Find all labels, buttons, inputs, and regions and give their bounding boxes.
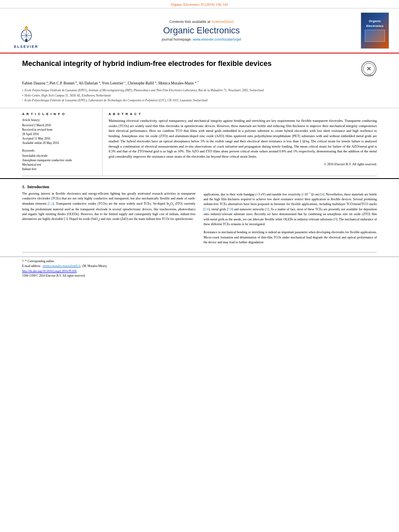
doi-link[interactable]: http://dx.doi.org/10.1016/j.orgel.2016.0… xyxy=(22,269,77,273)
journal-bar: Organic Electronics 35 (2016) 136–141 xyxy=(0,0,399,8)
journal-issue: Organic Electronics 35 (2016) 136–141 xyxy=(171,2,228,6)
history-label: Article history: xyxy=(22,118,96,122)
issn-line: 1566-1199/© 2016 Elsevier B.V. All right… xyxy=(22,274,377,277)
keywords-label: Keywords: xyxy=(22,149,96,152)
email-name: (M. Morales-Masis). xyxy=(82,264,107,268)
body-two-col: The growing interest in flexible electro… xyxy=(22,191,377,245)
history-accepted: Accepted 11 May 2016 xyxy=(22,137,96,140)
ref-link-3[interactable]: 3 xyxy=(65,217,67,221)
amorphous-word: Amorphous xyxy=(121,134,138,138)
email-link[interactable]: monica.morales-masis@epfl.ch xyxy=(43,264,81,268)
title-crossmark-row: Mechanical integrity of hybrid indium-fr… xyxy=(22,59,377,77)
body-section: 1. Introduction The growing interest in … xyxy=(0,178,399,249)
corresponding-author-line: * * Corresponding author. xyxy=(22,259,377,263)
info-abstract-section: A R T I C L E I N F O Article history: R… xyxy=(0,108,399,176)
elsevier-wordmark: ELSEVIER xyxy=(14,45,39,49)
history-revised-label: Received in revised form xyxy=(22,128,96,131)
sciencedirect-link[interactable]: ScienceDirect xyxy=(212,20,234,24)
thumb-line1: Organic xyxy=(369,19,381,23)
affil-c: c Ecole Polytechnique Fédérale de Lausan… xyxy=(22,99,377,103)
intro-text-right: applications, due to their wide bandgap … xyxy=(204,191,377,227)
keyword-1: Stretchable electrode xyxy=(22,154,96,158)
affil-b: b Holst Centre, High Tech Campus 31, 565… xyxy=(22,94,377,98)
ref-link-56[interactable]: 5,6 xyxy=(205,207,209,211)
affil-a: a Ecole Polytechnique Fédérale de Lausan… xyxy=(22,88,377,93)
journal-thumbnail: Organic Electronics xyxy=(361,12,389,49)
article-title: Mechanical integrity of hybrid indium-fr… xyxy=(22,59,361,68)
authors-line: Fabien Dauzou a, Piet C.P. Bouten b, Ali… xyxy=(22,80,377,86)
section1-number: 1. xyxy=(22,185,25,189)
article-info-heading: A R T I C L E I N F O xyxy=(22,112,96,116)
body-right-col: applications, due to their wide bandgap … xyxy=(204,191,377,245)
header: ELSEVIER Contents lists available at Sci… xyxy=(0,8,399,53)
homepage-link[interactable]: www.elsevier.com/locate/orgel xyxy=(193,37,241,41)
copyright-line: © 2016 Elsevier B.V. All rights reserved… xyxy=(109,162,377,166)
svg-text:CrossMark: CrossMark xyxy=(364,74,374,76)
history-received: Received 2 March 2016 xyxy=(22,123,96,127)
article-info-col: A R T I C L E I N F O Article history: R… xyxy=(22,108,103,176)
doi-line[interactable]: http://dx.doi.org/10.1016/j.orgel.2016.0… xyxy=(22,269,377,273)
ref-link-1b[interactable]: 1 xyxy=(266,207,268,211)
elsevier-tree-icon xyxy=(15,25,37,43)
page: Organic Electronics 35 (2016) 136–141 xyxy=(0,0,399,280)
affil-b-text: Holst Centre, High Tech Campus 31, 5656 … xyxy=(25,94,111,98)
ref-link-4[interactable]: 4 xyxy=(321,193,323,196)
email-label: E-mail address: xyxy=(22,264,41,268)
svg-text:✕: ✕ xyxy=(366,66,371,72)
section1-heading: 1. Introduction xyxy=(22,185,377,189)
footer-divider xyxy=(22,252,377,253)
crossmark-icon[interactable]: ✕ CrossMark xyxy=(361,61,377,77)
article-title-section: Mechanical integrity of hybrid indium-fr… xyxy=(0,53,399,103)
affil-a-text: Ecole Polytechnique Fédérale de Lausanne… xyxy=(25,88,264,93)
abstract-text: Maintaining electrical conductivity, opt… xyxy=(109,118,377,159)
corresponding-label: * Corresponding author. xyxy=(25,259,55,263)
keyword-4: Indium-free xyxy=(22,167,96,171)
email-line: E-mail address: monica.morales-masis@epf… xyxy=(22,264,377,268)
thumb-line2: Electronics xyxy=(366,24,383,28)
homepage-line: journal homepage: www.elsevier.com/locat… xyxy=(162,37,241,41)
elsevier-logo: ELSEVIER xyxy=(10,25,42,49)
history-online: Available online 20 May 2016 xyxy=(22,141,96,145)
abstract-heading: A B S T R A C T xyxy=(109,112,377,116)
intro-text-right-2: Resistance to mechanical bending or stre… xyxy=(204,230,377,245)
keyword-2: Amorphous transparent conductive oxide xyxy=(22,158,96,162)
section-divider xyxy=(22,176,377,176)
affil-c-text: Ecole Polytechnique Fédérale de Lausanne… xyxy=(25,99,208,103)
journal-thumbnail-area: Organic Electronics xyxy=(359,12,391,49)
sciencedirect-line: Contents lists available at ScienceDirec… xyxy=(169,20,234,24)
abstract-col: A B S T R A C T Maintaining electrical c… xyxy=(103,108,377,176)
ref-link-9[interactable]: 9 xyxy=(335,218,336,221)
ref-link-1[interactable]: 1,2 xyxy=(49,202,53,205)
svg-point-7 xyxy=(25,27,27,30)
keyword-3: Mechanical test xyxy=(22,163,96,166)
footer: * * Corresponding author. E-mail address… xyxy=(0,257,399,280)
journal-title: Organic Electronics xyxy=(163,25,240,36)
journal-header-center: Contents lists available at ScienceDirec… xyxy=(48,12,355,49)
history-revised-date: 28 April 2016 xyxy=(22,132,96,136)
ref-link-78[interactable]: 7,8 xyxy=(228,207,232,211)
body-left-col: The growing interest in flexible electro… xyxy=(22,191,195,245)
asterisk-symbol: * xyxy=(22,260,24,263)
section1-title: Introduction xyxy=(27,185,49,189)
thumb-image-placeholder xyxy=(365,30,385,42)
affiliations: a Ecole Polytechnique Fédérale de Lausan… xyxy=(22,88,377,103)
intro-text-left: The growing interest in flexible electro… xyxy=(22,191,195,222)
elsevier-logo-area: ELSEVIER xyxy=(8,12,44,49)
